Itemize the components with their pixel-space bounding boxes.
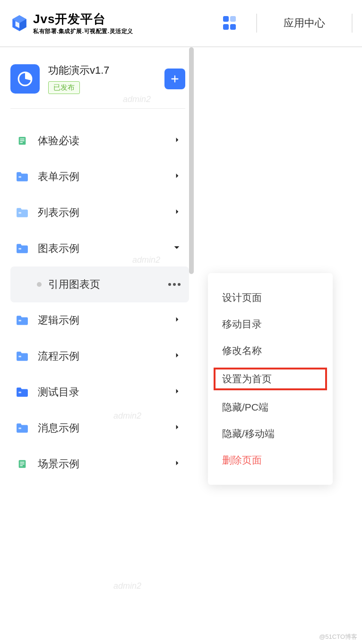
context-menu-item[interactable]: 移动目录 [208,311,333,337]
svg-rect-11 [18,428,21,429]
logo-title: Jvs开发平台 [33,11,133,27]
logo-subtitle: 私有部署.集成扩展.可视配置.灵活定义 [33,27,133,35]
tree-label: 体验必读 [38,134,174,148]
app-card: 功能演示v1.7 已发布 [10,60,185,109]
more-icon[interactable] [168,283,181,286]
folder-icon [16,351,28,362]
context-menu-item[interactable]: 设计页面 [208,284,333,311]
folder-icon [16,386,28,398]
chevron-right-icon[interactable] [174,137,181,145]
svg-rect-10 [18,392,21,393]
nav-tree: 体验必读 表单示例 列表示例 图表示例 引用图表页 逻辑示例 流程示例 测试目录… [10,123,189,482]
logo[interactable]: Jvs开发平台 私有部署.集成扩展.可视配置.灵活定义 [9,11,133,35]
tree-label: 表单示例 [38,170,174,184]
folder-icon [16,315,28,326]
context-menu-item[interactable]: 删除页面 [208,447,333,473]
tree-label: 图表示例 [38,241,173,256]
chevron-right-icon[interactable] [174,172,181,181]
tree-item[interactable]: 流程示例 [10,338,189,374]
svg-rect-7 [18,248,21,249]
svg-rect-14 [20,464,24,464]
tree-label: 场景示例 [38,457,174,471]
folder-icon [16,422,28,434]
context-menu-item[interactable]: 修改名称 [208,337,333,364]
add-button[interactable] [164,69,185,89]
tree-label: 列表示例 [38,206,174,220]
divider [352,14,353,33]
svg-rect-6 [18,212,21,214]
tree-label: 引用图表页 [48,277,168,292]
tree-item[interactable]: 场景示例 [10,446,189,482]
context-menu-item[interactable]: 隐藏/移动端 [208,421,333,447]
svg-rect-8 [18,320,21,321]
app-icon [10,64,40,94]
svg-rect-4 [20,142,23,143]
apps-grid-icon[interactable] [223,16,237,30]
context-menu-item[interactable]: 设置为首页 [212,366,329,392]
tree-item[interactable]: 表单示例 [10,159,189,195]
folder-icon [16,207,28,218]
svg-rect-13 [20,462,24,463]
chevron-right-icon[interactable] [174,460,181,468]
scrollbar[interactable] [189,47,194,274]
svg-rect-15 [20,465,23,466]
chevron-right-icon[interactable] [174,388,181,396]
svg-rect-2 [20,138,24,139]
chevron-right-icon[interactable] [174,424,181,432]
tree-item[interactable]: 体验必读 [10,123,189,159]
logo-icon [9,13,29,33]
tree-item[interactable]: 列表示例 [10,195,189,231]
svg-rect-5 [18,176,21,178]
context-menu: 设计页面移动目录修改名称设置为首页隐藏/PC端隐藏/移动端删除页面 [208,273,333,485]
tree-item[interactable]: 测试目录 [10,374,189,410]
svg-rect-3 [20,140,24,141]
tree-item[interactable]: 消息示例 [10,410,189,446]
chevron-right-icon[interactable] [174,352,181,361]
chevron-right-icon[interactable] [174,208,181,217]
folder-icon [16,135,28,146]
folder-icon [16,243,28,254]
tree-item[interactable]: 逻辑示例 [10,302,189,338]
folder-icon [16,458,28,470]
chevron-down-icon[interactable] [173,244,181,253]
tree-label: 消息示例 [38,421,174,435]
tree-label: 逻辑示例 [38,313,174,327]
folder-icon [16,171,28,182]
app-title: 功能演示v1.7 [48,63,156,77]
sidebar: 功能演示v1.7 已发布 体验必读 表单示例 列表示例 图表示例 引用图表页 逻… [0,47,194,644]
context-menu-item[interactable]: 隐藏/PC端 [208,394,333,421]
tree-label: 流程示例 [38,349,174,363]
credit: @51CTO博客 [319,633,357,641]
header: Jvs开发平台 私有部署.集成扩展.可视配置.灵活定义 应用中心 [0,0,362,47]
app-center-link[interactable]: 应用中心 [276,16,333,30]
svg-rect-9 [18,356,21,357]
tree-item[interactable]: 图表示例 [10,231,189,266]
tree-label: 测试目录 [38,385,174,399]
tree-child-item[interactable]: 引用图表页 [10,266,189,302]
status-badge: 已发布 [48,81,80,94]
dot-icon [37,282,42,287]
chevron-right-icon[interactable] [174,316,181,325]
divider [256,14,257,33]
